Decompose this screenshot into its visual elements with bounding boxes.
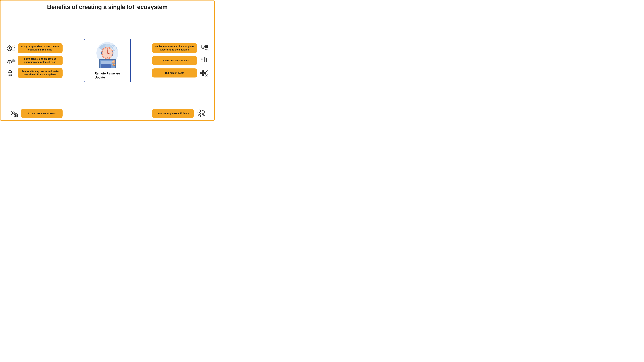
svg-point-21 [11,74,12,75]
right-label-3: Cut hidden costs [152,68,197,78]
svg-rect-8 [12,48,13,51]
center-label-line2: Update [94,76,105,79]
svg-point-76 [202,71,204,74]
bottom-left-item: $ Expand revenue streams [9,108,62,118]
svg-point-6 [7,48,8,49]
left-column: Analyze up-to-date data on device operat… [6,43,62,78]
action-plans-icon [199,43,209,53]
svg-line-91 [198,114,199,116]
svg-point-66 [206,49,208,51]
svg-point-77 [202,72,204,74]
firmware-icon [6,68,16,78]
bottom-row: $ Expand revenue streams [6,108,209,118]
business-icon [199,55,209,66]
svg-point-59 [202,45,204,48]
center-box: Remote Firmware Update [84,39,131,82]
svg-rect-87 [16,114,18,117]
svg-rect-15 [13,59,14,62]
svg-line-3 [10,48,10,49]
svg-point-93 [202,110,204,113]
right-label-2: Try new business models [152,56,197,65]
prediction-icon [6,55,16,66]
right-item-2: Try new business models [152,55,209,66]
svg-point-42 [107,52,108,54]
right-item-1: Implement a variety of action plans acco… [152,43,209,53]
svg-rect-58 [100,64,111,68]
svg-line-90 [200,114,200,117]
svg-point-96 [203,115,204,116]
svg-point-75 [200,70,206,76]
svg-rect-17 [14,60,15,62]
svg-rect-16 [14,58,14,62]
right-column: Implement a variety of action plans acco… [152,43,209,78]
left-item-2: Form predictions on devices operation an… [6,55,62,66]
svg-rect-9 [13,47,14,51]
svg-rect-10 [14,48,15,51]
svg-rect-14 [12,60,12,62]
svg-point-13 [9,62,10,62]
page-title: Benefits of creating a single IoT ecosys… [47,4,168,10]
efficiency-icon [196,108,206,118]
svg-point-5 [9,50,10,51]
svg-line-89 [198,114,198,117]
svg-line-92 [199,114,200,116]
revenue-icon: $ [9,108,19,118]
bottom-right-item: Improve employee efficiency [152,108,206,118]
costs-icon: $ [199,68,209,78]
content-area: Analyze up-to-date data on device operat… [6,14,209,107]
center-area: Remote Firmware Update [62,39,152,82]
svg-text:$: $ [206,74,207,76]
bottom-left-label: Expand revenue streams [21,109,62,118]
svg-point-74 [202,58,202,60]
left-label-1: Analyze up-to-date data on device operat… [18,43,62,53]
svg-point-52 [112,60,116,64]
svg-rect-85 [14,116,15,118]
center-label-line1: Remote Firmware [94,72,120,75]
svg-point-7 [12,48,12,49]
page-wrapper: Benefits of creating a single IoT ecosys… [0,0,214,120]
left-label-3: Respond to any issues and make over-the-… [18,68,62,78]
center-illustration [89,41,126,68]
analytics-icon [6,43,16,53]
left-label-2: Form predictions on devices operation an… [18,56,62,66]
bottom-right-label: Improve employee efficiency [152,109,194,118]
svg-point-4 [9,46,10,46]
svg-marker-79 [207,70,208,72]
center-diagram: Remote Firmware Update [84,39,131,82]
left-item-1: Analyze up-to-date data on device operat… [6,43,62,53]
right-item-3: $ Cut hidden costs [152,68,209,78]
right-label-1: Implement a variety of action plans acco… [152,43,197,53]
svg-rect-86 [16,115,16,118]
left-item-3: Respond to any issues and make over-the-… [6,68,62,78]
svg-point-22 [11,75,12,76]
